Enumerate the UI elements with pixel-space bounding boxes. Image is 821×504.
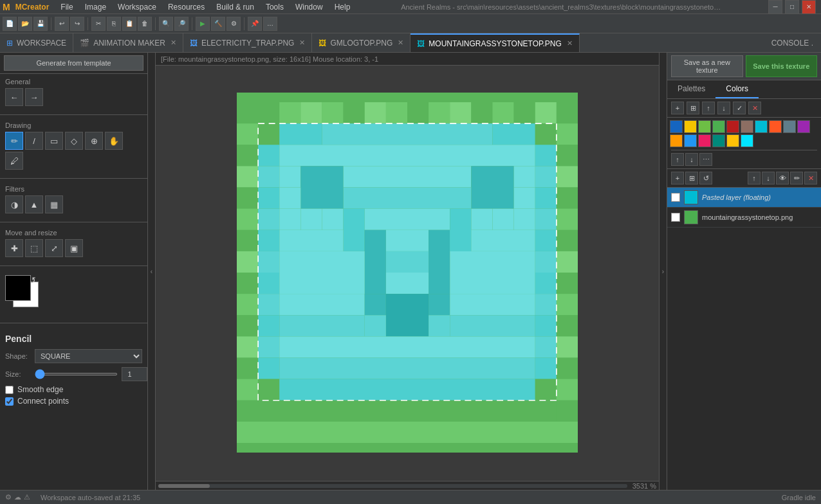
brush-btn[interactable]: 🖊 [5,152,23,170]
arrow-right-btn[interactable]: → [25,88,43,106]
tb-build[interactable]: 🔨 [211,17,225,31]
tb-undo[interactable]: ↩ [55,17,69,31]
tab-workspace[interactable]: ⊞ WORKSPACE [0,33,73,52]
layer-more-btn[interactable]: ⋯ [699,153,712,166]
palette-up-btn[interactable]: ↑ [702,102,715,114]
scrollbar-track[interactable] [158,484,627,488]
tab-mountain[interactable]: 🖼 MOUNTAINGRASSYSTONETOP.PNG ✕ [410,33,579,52]
tab-gmlogtop[interactable]: 🖼 GMLOGTOP.PNG ✕ [312,33,410,52]
brightness-btn[interactable]: ◑ [5,195,23,213]
swatch-7[interactable] [769,120,782,133]
layer-add-btn[interactable]: + [671,172,684,184]
layer-edit-btn[interactable]: ✏ [790,172,803,184]
swatch-6[interactable] [755,120,768,133]
menu-tools[interactable]: Tools [261,1,289,13]
save-btn[interactable]: Save this texture [746,55,818,77]
swatch-15[interactable] [741,134,753,147]
size-input[interactable]: 1 [122,367,147,381]
canvas-viewport[interactable] [156,66,659,481]
swatch-0[interactable] [670,120,683,133]
palette-remove-btn[interactable]: ✕ [748,102,761,114]
minimize-btn[interactable]: ─ [768,0,782,14]
layer-down-btn[interactable]: ↓ [685,153,698,166]
scale-resize-btn[interactable]: ▣ [65,239,83,257]
menu-window[interactable]: Window [290,1,328,13]
save-new-btn[interactable]: Save as a new texture [671,55,743,77]
layer-vis-1[interactable] [671,213,680,222]
scrollbar-thumb[interactable] [158,484,210,488]
layer-visibility-btn[interactable]: 👁 [776,172,789,184]
palette-check-btn[interactable]: ✓ [733,102,746,114]
tab-gmlogtop-close[interactable]: ✕ [398,39,403,47]
layer-move-up-btn[interactable]: ↑ [748,172,761,184]
menu-resources[interactable]: Resources [163,1,210,13]
tb-open[interactable]: 📂 [18,17,32,31]
tb-redo[interactable]: ↪ [70,17,84,31]
crop-btn[interactable]: ⬚ [25,239,43,257]
menu-image[interactable]: Image [80,1,111,13]
select-rect-btn[interactable]: ▭ [45,132,63,150]
menu-workspace[interactable]: Workspace [113,1,161,13]
swatch-4[interactable] [726,120,739,133]
swatch-13[interactable] [712,134,725,147]
arrow-left-btn[interactable]: ← [5,88,23,106]
tb-run[interactable]: ▶ [196,17,210,31]
tb-copy[interactable]: ⎘ [107,17,121,31]
tb-zoom-out[interactable]: 🔎 [174,17,189,31]
layer-move-down-btn[interactable]: ↓ [762,172,775,184]
tb-paste[interactable]: 📋 [122,17,136,31]
size-slider[interactable] [35,373,118,375]
swatch-12[interactable] [698,134,711,147]
tab-animation[interactable]: 🎬 ANIMATION MAKER ✕ [73,33,183,52]
tab-mountain-close[interactable]: ✕ [567,39,573,48]
tab-electricity[interactable]: 🖼 ELECTRICITY_TRAP.PNG ✕ [183,33,312,52]
move-btn[interactable]: ✚ [5,239,23,257]
contrast-btn[interactable]: ▲ [25,195,43,213]
line-tool-btn[interactable]: / [25,132,43,150]
shape-select[interactable]: SQUARE CIRCLE DIAMOND [35,349,142,363]
swatch-9[interactable] [797,120,810,133]
tab-animation-close[interactable]: ✕ [171,39,176,47]
tab-console[interactable]: CONSOLE . [764,33,821,52]
swatch-1[interactable] [684,120,697,133]
palette-down-btn[interactable]: ↓ [717,102,730,114]
tb-pin[interactable]: 📌 [248,17,262,31]
layer-up-btn[interactable]: ↑ [671,153,684,166]
swatch-10[interactable] [670,134,683,147]
tb-new[interactable]: 📄 [3,17,17,31]
tb-settings[interactable]: ⚙ [226,17,241,31]
move-draw-btn[interactable]: ✋ [105,132,123,150]
swatch-8[interactable] [783,120,796,133]
layer-item-0[interactable]: Pasted layer (floating) [667,188,821,208]
tab-electricity-close[interactable]: ✕ [299,39,305,47]
close-btn[interactable]: ✕ [802,0,816,14]
tb-save[interactable]: 💾 [33,17,48,31]
swatch-11[interactable] [684,134,697,147]
pencil-tool-btn[interactable]: ✏ [5,132,23,150]
layer-vis-0[interactable] [671,193,680,202]
menu-build[interactable]: Build & run [211,1,259,13]
layer-item-1[interactable]: mountaingrassystonetop.png [667,208,821,228]
tb-cut[interactable]: ✂ [91,17,106,31]
fg-color-swatch[interactable] [5,275,31,301]
swatch-3[interactable] [712,120,725,133]
tb-zoom-in[interactable]: 🔍 [159,17,173,31]
generate-btn[interactable]: Generate from template [4,55,143,71]
eraser-btn[interactable]: ◇ [65,132,83,150]
smooth-edge-checkbox[interactable] [5,386,14,394]
grid-filter-btn[interactable]: ▦ [45,195,63,213]
layer-duplicate-btn[interactable]: ⊞ [685,172,698,184]
layer-merge-btn[interactable]: ↺ [699,172,712,184]
menu-file[interactable]: File [55,1,78,13]
stamp-btn[interactable]: ⊕ [85,132,103,150]
tab-colors[interactable]: Colors [715,80,759,98]
tb-more[interactable]: … [263,17,277,31]
palette-grid-btn[interactable]: ⊞ [687,102,699,114]
expand-btn[interactable]: ⤢ [45,239,63,257]
swatch-14[interactable] [726,134,739,147]
pixel-canvas[interactable] [237,93,578,453]
palette-add-btn[interactable]: + [671,102,684,114]
maximize-btn[interactable]: □ [785,0,799,14]
tb-delete[interactable]: 🗑 [138,17,152,31]
menu-help[interactable]: Help [329,1,356,13]
